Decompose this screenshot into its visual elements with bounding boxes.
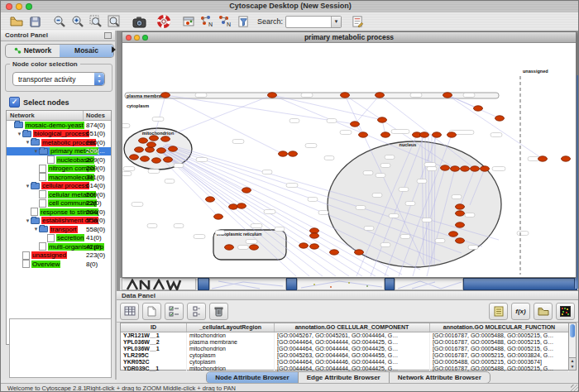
network-node[interactable] [157, 148, 166, 153]
node-color-select[interactable]: transporter activity ▲▼ [12, 72, 105, 86]
tree-row[interactable]: ▼establishment of lo558(0) [7, 217, 111, 226]
save-session-button[interactable] [26, 13, 44, 30]
tree-row[interactable]: nitrogen compo209(0) [7, 165, 111, 174]
column-header[interactable]: ID [121, 323, 187, 332]
table-scrollbar[interactable]: ▲▼ [568, 323, 577, 370]
network-node[interactable] [447, 132, 457, 137]
column-header[interactable]: _cellularLayoutRegion [187, 323, 275, 332]
tree-row[interactable]: cellular metabol209(0) [7, 190, 111, 199]
zoom-out-button[interactable] [50, 13, 69, 30]
tree-col-network[interactable]: Network [10, 112, 35, 119]
tree-row[interactable]: response to stimulu264(0) [7, 208, 111, 217]
heatmap-button[interactable] [556, 303, 575, 320]
network-node[interactable] [310, 244, 319, 249]
resize-grip[interactable] [571, 385, 578, 392]
column-header[interactable]: annotation.GO CELLULAR_COMPONENT [275, 323, 430, 332]
tab-network[interactable]: Network [6, 45, 60, 57]
expand-arrow-icon[interactable]: ▼ [25, 140, 31, 145]
network-node[interactable] [152, 158, 161, 163]
search-input[interactable]: ▼ [285, 16, 342, 28]
network-node[interactable] [433, 132, 442, 137]
network-node[interactable] [169, 146, 178, 151]
network-node[interactable] [161, 136, 170, 141]
network-view-titlebar[interactable]: primary metabolic process [122, 32, 576, 43]
birds-eye-view[interactable] [9, 318, 112, 378]
expand-arrow-icon[interactable]: ▼ [33, 227, 39, 232]
plugin-button-1[interactable] [179, 13, 198, 30]
network-node[interactable] [229, 204, 238, 209]
browser-tab-3[interactable]: Network Attribute Browser [390, 372, 490, 383]
tree-row[interactable]: secretion41(0) [7, 234, 111, 243]
network-node[interactable] [225, 245, 234, 250]
network-node[interactable] [481, 166, 490, 171]
network-node[interactable] [562, 156, 571, 161]
tree-row[interactable]: ▼metabolic process280(0) [7, 138, 111, 147]
expand-arrow-icon[interactable]: ▼ [33, 149, 39, 154]
network-node[interactable] [279, 151, 288, 156]
network-node[interactable] [456, 238, 465, 243]
float-panel-icon[interactable] [104, 32, 112, 39]
tree-row[interactable]: ▼transport558(0) [7, 225, 111, 234]
network-node[interactable] [441, 165, 450, 170]
table-row[interactable]: YJR121W__1mitochondrion[GO:0045267, GO:0… [121, 332, 569, 339]
network-node[interactable] [299, 243, 309, 248]
network-node[interactable] [376, 93, 385, 98]
network-node[interactable] [146, 147, 155, 152]
import-attributes-button[interactable] [534, 303, 553, 320]
network-node[interactable] [495, 116, 505, 121]
scrollbar-thumb[interactable] [570, 324, 575, 337]
column-header[interactable]: annotation.GO MOLECULAR_FUNCTION [430, 323, 569, 332]
table-row[interactable]: YPL036W__1mitochondrion[GO:0044464, GO:0… [121, 346, 569, 352]
tree-row[interactable]: ▼biological_process651(0) [7, 130, 111, 139]
select-nodes-checkbox[interactable]: ✓ [9, 97, 20, 108]
network-node[interactable] [310, 228, 319, 233]
network-node[interactable] [355, 250, 364, 255]
select-attributes-button[interactable] [165, 303, 184, 320]
network-node[interactable] [214, 214, 223, 219]
table-row[interactable]: YKR052Ccytoplasm[GO:0044464, GO:0044446,… [121, 359, 569, 366]
network-node[interactable] [130, 155, 139, 160]
annotation-button[interactable] [348, 13, 366, 30]
delete-attribute-button[interactable] [209, 303, 228, 320]
network-node[interactable] [359, 132, 368, 137]
plugin-button-3[interactable]: N [216, 13, 234, 30]
snapshot-button[interactable] [130, 13, 148, 30]
network-node[interactable] [378, 117, 387, 122]
network-node[interactable] [451, 166, 460, 171]
network-node[interactable] [456, 211, 465, 216]
network-node[interactable] [164, 157, 173, 162]
tree-row[interactable]: cell communicat22(0) [7, 199, 111, 208]
network-node[interactable] [420, 132, 429, 137]
network-canvas[interactable]: plasma membranecytoplasmmitochondrionnuc… [122, 43, 574, 276]
network-node[interactable] [268, 93, 277, 98]
tree-row[interactable]: multi-organism pro42(0) [7, 242, 111, 251]
network-node[interactable] [206, 197, 215, 202]
table-row[interactable]: YPL036W__2plasma membrane[GO:0044464, GO… [121, 339, 569, 346]
expand-arrow-icon[interactable]: ▼ [25, 218, 31, 223]
formula-button[interactable]: f(x) [511, 303, 530, 320]
tree-row[interactable]: ▼cellular process614(0) [7, 182, 111, 191]
new-attribute-button[interactable] [142, 303, 161, 320]
tree-row[interactable]: ▼primary metabol209(... [7, 147, 111, 156]
network-node[interactable] [237, 203, 246, 208]
plugin-button-2[interactable]: N [198, 13, 216, 30]
attribute-table-button[interactable] [120, 303, 139, 320]
network-node[interactable] [456, 222, 465, 227]
open-file-button[interactable] [7, 13, 26, 30]
network-node[interactable] [150, 136, 159, 141]
expand-arrow-icon[interactable]: ▼ [25, 184, 31, 189]
network-node[interactable] [135, 147, 144, 152]
network-node[interactable] [289, 151, 298, 156]
tree-col-nodes[interactable]: Nodes [86, 112, 105, 119]
network-node[interactable] [147, 142, 156, 147]
tab-mosaic[interactable]: Mosaic [60, 45, 113, 57]
network-node[interactable] [330, 250, 339, 255]
network-node[interactable] [456, 204, 465, 209]
tree-row[interactable]: nucleobase-209(0) [7, 155, 111, 165]
unselect-attributes-button[interactable] [187, 303, 206, 320]
search-dropdown-arrow[interactable]: ▼ [331, 17, 341, 27]
network-node[interactable] [341, 93, 350, 98]
tree-row[interactable]: unassigned223(0) [7, 251, 111, 261]
tree-row[interactable]: macromolecule311(0) [7, 173, 111, 182]
network-node[interactable] [449, 232, 458, 237]
